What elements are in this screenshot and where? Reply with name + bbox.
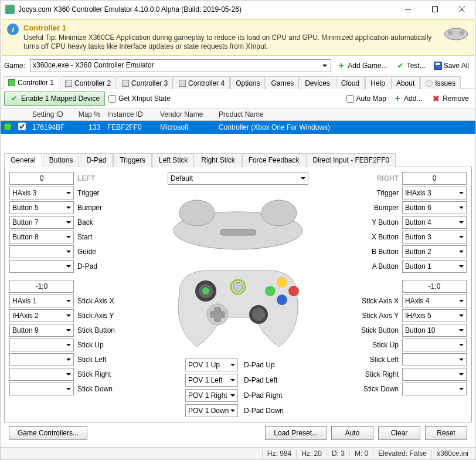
right-stick-left-combo[interactable] bbox=[402, 353, 467, 366]
tab-options[interactable]: Options bbox=[230, 76, 265, 89]
right-stick-axis-y-combo[interactable]: IHAxis 5 bbox=[402, 309, 467, 322]
left-stick-axis-y-combo[interactable]: IHAxis 2 bbox=[9, 309, 74, 322]
row-status-icon bbox=[4, 123, 11, 130]
right-stick-value: -1;0 bbox=[402, 280, 467, 293]
preset-select[interactable]: Default bbox=[168, 172, 308, 185]
svg-rect-1 bbox=[433, 7, 438, 12]
svg-point-6 bbox=[460, 31, 464, 35]
get-xinput-checkbox[interactable]: Get XInput State bbox=[108, 94, 171, 103]
right-stick-up-combo[interactable] bbox=[402, 339, 467, 351]
auto-button[interactable]: Auto bbox=[331, 426, 373, 440]
left-stick-right-combo[interactable] bbox=[9, 368, 74, 381]
subtab-direct-input[interactable]: Direct Input - FEBF2FF0 bbox=[306, 153, 396, 167]
svg-point-21 bbox=[277, 295, 287, 305]
status-elevated: Elevated: False bbox=[373, 449, 431, 458]
status-d: D: 3 bbox=[327, 449, 349, 458]
subtab-left-stick[interactable]: Left Stick bbox=[152, 153, 194, 167]
status-bar: Hz: 984 Hz: 20 D: 3 M: 0 Elevated: False… bbox=[1, 447, 475, 459]
add-device-button[interactable]: +Add... bbox=[390, 92, 425, 105]
test-button[interactable]: ✔Test... bbox=[393, 59, 429, 72]
game-controllers-button[interactable]: Game Controllers... bbox=[9, 426, 87, 440]
enable-mapped-button[interactable]: ✔Enable 1 Mapped Device bbox=[4, 92, 105, 106]
svg-point-9 bbox=[261, 200, 297, 226]
subtab-dpad[interactable]: D-Pad bbox=[80, 153, 113, 167]
maximize-button[interactable] bbox=[421, 1, 448, 18]
left-bumper-combo[interactable]: Button 5 bbox=[9, 201, 74, 214]
tab-controller-1[interactable]: Controller 1 bbox=[3, 76, 59, 89]
app-icon bbox=[5, 5, 15, 14]
subtab-right-stick[interactable]: Right Stick bbox=[195, 153, 241, 167]
right-trigger-combo[interactable]: IHAxis 3 bbox=[402, 187, 467, 199]
pov-up-combo[interactable]: POV 1 Up bbox=[185, 358, 238, 371]
left-stick-down-combo[interactable] bbox=[9, 383, 74, 395]
left-stick-left-combo[interactable] bbox=[9, 353, 74, 366]
device-grid-header: Setting ID Map % Instance ID Vendor Name… bbox=[1, 109, 475, 121]
svg-point-8 bbox=[179, 200, 215, 226]
load-preset-button[interactable]: Load Preset... bbox=[265, 426, 327, 440]
start-combo[interactable]: Button 8 bbox=[9, 231, 74, 243]
tab-devices[interactable]: Devices bbox=[300, 76, 335, 89]
pov-left-combo[interactable]: POV 1 Left bbox=[185, 374, 238, 387]
right-header: RIGHT bbox=[352, 172, 399, 185]
tab-about[interactable]: About bbox=[391, 76, 420, 89]
tab-controller-4[interactable]: Controller 4 bbox=[174, 76, 230, 89]
right-stick-down-combo[interactable] bbox=[402, 383, 467, 395]
check-icon: ✔ bbox=[396, 61, 405, 70]
plus-icon: + bbox=[336, 61, 346, 70]
disk-icon bbox=[434, 62, 442, 70]
left-stick-axis-x-combo[interactable]: HAxis 1 bbox=[9, 295, 74, 307]
device-grid-row[interactable]: 176194BF 133 FEBF2FF0 Microsoft Controll… bbox=[1, 121, 475, 134]
close-button[interactable] bbox=[448, 1, 475, 18]
subtab-force-feedback[interactable]: Force Feedback bbox=[242, 153, 306, 167]
tip-heading: Controller 1 bbox=[23, 23, 438, 33]
subtab-buttons[interactable]: Buttons bbox=[43, 153, 80, 167]
right-stick-button-combo[interactable]: Button 10 bbox=[402, 324, 467, 337]
main-tabs: Controller 1 Controller 2 Controller 3 C… bbox=[1, 76, 475, 89]
minimize-button[interactable] bbox=[395, 1, 421, 18]
remove-device-button[interactable]: ✖Remove bbox=[429, 92, 472, 105]
clear-button[interactable]: Clear bbox=[378, 426, 420, 440]
status-hz1: Hz: 984 bbox=[262, 449, 296, 458]
tab-controller-2[interactable]: Controller 2 bbox=[60, 76, 116, 89]
back-combo[interactable]: Button 7 bbox=[9, 216, 74, 229]
left-trigger-value: 0 bbox=[9, 172, 74, 185]
x-icon: ✖ bbox=[431, 94, 441, 103]
plus-icon: + bbox=[393, 94, 402, 103]
row-checkbox[interactable] bbox=[18, 123, 26, 130]
svg-point-19 bbox=[265, 286, 276, 296]
tab-issues[interactable]: Issues bbox=[420, 76, 461, 89]
controller-icon bbox=[443, 23, 469, 41]
dpad-combo[interactable] bbox=[9, 260, 74, 273]
y-button-combo[interactable]: Button 4 bbox=[402, 216, 467, 229]
right-bumper-combo[interactable]: Button 6 bbox=[402, 201, 467, 214]
pov-right-combo[interactable]: POV 1 Right bbox=[185, 389, 238, 402]
tab-controller-3[interactable]: Controller 3 bbox=[117, 76, 173, 89]
a-button-combo[interactable]: Button 1 bbox=[402, 260, 467, 273]
subtab-triggers[interactable]: Triggers bbox=[113, 153, 152, 167]
info-icon: i bbox=[7, 23, 19, 35]
svg-point-13 bbox=[202, 288, 209, 295]
save-all-button[interactable]: Save All bbox=[431, 60, 472, 72]
tab-games[interactable]: Games bbox=[266, 76, 299, 89]
subtab-general[interactable]: General bbox=[4, 153, 42, 167]
guide-combo[interactable] bbox=[9, 245, 74, 258]
left-stick-up-combo[interactable] bbox=[9, 339, 74, 351]
pov-down-combo[interactable]: POV 1 Down bbox=[185, 404, 238, 417]
check-icon: ✔ bbox=[9, 94, 19, 103]
tab-help[interactable]: Help bbox=[365, 76, 390, 89]
auto-map-checkbox[interactable]: Auto Map bbox=[346, 94, 386, 103]
left-trigger-combo[interactable]: HAxis 3 bbox=[9, 187, 74, 199]
reset-button[interactable]: Reset bbox=[425, 426, 467, 440]
b-button-combo[interactable]: Button 2 bbox=[402, 245, 467, 258]
game-select[interactable]: x360ce.exe - X360 Controller Emulator bbox=[30, 59, 331, 72]
right-trigger-value: 0 bbox=[402, 172, 467, 185]
x-button-combo[interactable]: Button 3 bbox=[402, 231, 467, 243]
left-stick-value: -1;0 bbox=[9, 280, 74, 293]
tab-cloud[interactable]: Cloud bbox=[336, 76, 365, 89]
add-game-button[interactable]: +Add Game... bbox=[334, 59, 390, 72]
left-stick-button-combo[interactable]: Button 9 bbox=[9, 324, 74, 337]
titlebar: Jocys.com X360 Controller Emulator 4.10.… bbox=[1, 1, 475, 18]
right-stick-axis-x-combo[interactable]: HAxis 4 bbox=[402, 295, 467, 307]
right-stick-right-combo[interactable] bbox=[402, 368, 467, 381]
device-toolbar: ✔Enable 1 Mapped Device Get XInput State… bbox=[1, 89, 475, 109]
